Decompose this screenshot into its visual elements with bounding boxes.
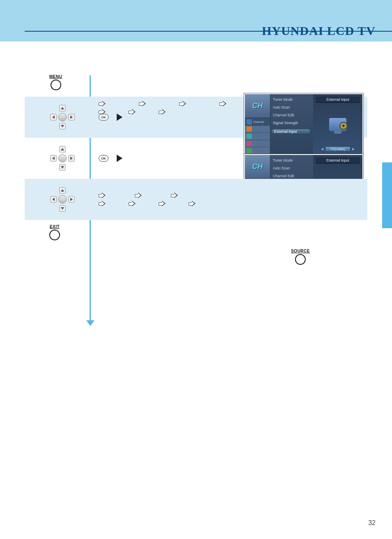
source-button[interactable]: SOURCE [291, 249, 310, 265]
next-arrow-icon [179, 101, 187, 106]
dpad-right-icon [68, 114, 75, 120]
instruction-flow: MENU OK [25, 68, 367, 269]
dpad-button[interactable] [49, 104, 76, 130]
header-band: HYUNDAI LCD TV [0, 0, 392, 43]
step-exit: EXIT [25, 220, 367, 245]
page-number: 32 [368, 519, 376, 527]
next-arrow-icon [159, 109, 166, 115]
section-tab [382, 162, 392, 228]
ok-button[interactable]: OK [99, 155, 108, 162]
flow-arrowhead-icon [86, 320, 95, 326]
dpad-button[interactable] [49, 186, 76, 213]
step-cycle-inputs [25, 179, 367, 220]
play-right-icon [117, 155, 122, 162]
next-arrow-icon [129, 109, 136, 115]
input-cycle-sequence-a [99, 192, 196, 206]
step-menu: MENU [25, 68, 367, 97]
next-arrow-icon [99, 101, 106, 106]
menu-button[interactable]: MENU [49, 74, 62, 90]
ok-button[interactable]: OK [99, 114, 108, 120]
circle-icon [51, 80, 61, 90]
next-arrow-icon [139, 101, 146, 106]
page-body: 32 MENU [0, 43, 392, 539]
dpad-left-icon [50, 114, 57, 120]
next-arrow-icon [189, 201, 196, 206]
dpad-up-icon [59, 105, 66, 111]
dpad-center-icon [58, 113, 67, 121]
next-arrow-icon [99, 192, 106, 198]
step-confirm: OK CH Channel [25, 138, 367, 179]
exit-button[interactable]: EXIT [49, 224, 60, 241]
osd-menu-item-selected: External Input [271, 129, 311, 134]
dpad-button[interactable] [49, 145, 76, 171]
next-arrow-icon [99, 109, 106, 115]
step-source: SOURCE [25, 249, 367, 269]
input-cycle-sequence-b [99, 101, 227, 115]
osd-panel-title: External Input [316, 97, 360, 103]
next-arrow-icon [135, 192, 142, 198]
dpad-down-icon [59, 123, 66, 130]
next-arrow-icon [171, 192, 178, 198]
next-arrow-icon [99, 201, 106, 206]
osd-logo: CH [245, 94, 270, 118]
next-arrow-icon [219, 101, 227, 106]
next-arrow-icon [159, 201, 166, 206]
next-arrow-icon [129, 201, 136, 206]
osd-thumbnail-icon [325, 114, 350, 135]
menu-button-label: MENU [49, 74, 62, 79]
brand-title: HYUNDAI LCD TV [262, 24, 376, 38]
